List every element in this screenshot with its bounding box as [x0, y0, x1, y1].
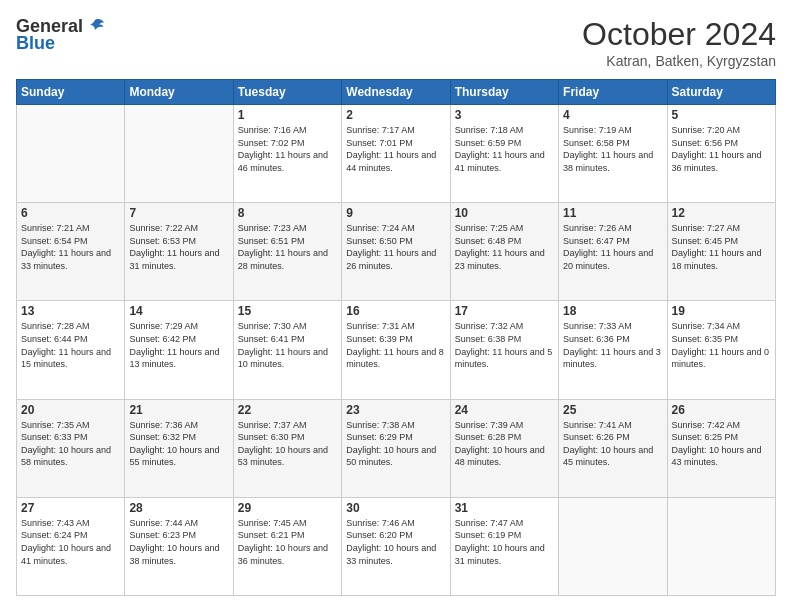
page: General Blue October 2024 Katran, Batken… — [0, 0, 792, 612]
day-info: Sunrise: 7:28 AM Sunset: 6:44 PM Dayligh… — [21, 320, 120, 370]
day-number: 10 — [455, 206, 554, 220]
table-row: 18Sunrise: 7:33 AM Sunset: 6:36 PM Dayli… — [559, 301, 667, 399]
day-info: Sunrise: 7:41 AM Sunset: 6:26 PM Dayligh… — [563, 419, 662, 469]
col-sunday: Sunday — [17, 80, 125, 105]
day-info: Sunrise: 7:30 AM Sunset: 6:41 PM Dayligh… — [238, 320, 337, 370]
table-row: 2Sunrise: 7:17 AM Sunset: 7:01 PM Daylig… — [342, 105, 450, 203]
logo-bird-icon — [85, 17, 105, 37]
table-row — [125, 105, 233, 203]
table-row: 19Sunrise: 7:34 AM Sunset: 6:35 PM Dayli… — [667, 301, 775, 399]
day-number: 8 — [238, 206, 337, 220]
day-number: 7 — [129, 206, 228, 220]
table-row: 10Sunrise: 7:25 AM Sunset: 6:48 PM Dayli… — [450, 203, 558, 301]
day-info: Sunrise: 7:31 AM Sunset: 6:39 PM Dayligh… — [346, 320, 445, 370]
title-section: October 2024 Katran, Batken, Kyrgyzstan — [582, 16, 776, 69]
table-row: 23Sunrise: 7:38 AM Sunset: 6:29 PM Dayli… — [342, 399, 450, 497]
day-number: 3 — [455, 108, 554, 122]
day-info: Sunrise: 7:34 AM Sunset: 6:35 PM Dayligh… — [672, 320, 771, 370]
table-row: 13Sunrise: 7:28 AM Sunset: 6:44 PM Dayli… — [17, 301, 125, 399]
location-subtitle: Katran, Batken, Kyrgyzstan — [582, 53, 776, 69]
day-info: Sunrise: 7:17 AM Sunset: 7:01 PM Dayligh… — [346, 124, 445, 174]
day-info: Sunrise: 7:29 AM Sunset: 6:42 PM Dayligh… — [129, 320, 228, 370]
table-row: 25Sunrise: 7:41 AM Sunset: 6:26 PM Dayli… — [559, 399, 667, 497]
table-row: 20Sunrise: 7:35 AM Sunset: 6:33 PM Dayli… — [17, 399, 125, 497]
day-number: 23 — [346, 403, 445, 417]
calendar-week-row: 6Sunrise: 7:21 AM Sunset: 6:54 PM Daylig… — [17, 203, 776, 301]
day-number: 20 — [21, 403, 120, 417]
day-number: 26 — [672, 403, 771, 417]
day-info: Sunrise: 7:38 AM Sunset: 6:29 PM Dayligh… — [346, 419, 445, 469]
table-row: 1Sunrise: 7:16 AM Sunset: 7:02 PM Daylig… — [233, 105, 341, 203]
logo-blue-text: Blue — [16, 33, 55, 54]
col-thursday: Thursday — [450, 80, 558, 105]
col-friday: Friday — [559, 80, 667, 105]
calendar-week-row: 27Sunrise: 7:43 AM Sunset: 6:24 PM Dayli… — [17, 497, 776, 595]
table-row: 9Sunrise: 7:24 AM Sunset: 6:50 PM Daylig… — [342, 203, 450, 301]
col-tuesday: Tuesday — [233, 80, 341, 105]
day-number: 2 — [346, 108, 445, 122]
day-number: 13 — [21, 304, 120, 318]
day-info: Sunrise: 7:46 AM Sunset: 6:20 PM Dayligh… — [346, 517, 445, 567]
day-info: Sunrise: 7:37 AM Sunset: 6:30 PM Dayligh… — [238, 419, 337, 469]
col-saturday: Saturday — [667, 80, 775, 105]
day-number: 29 — [238, 501, 337, 515]
day-number: 5 — [672, 108, 771, 122]
col-wednesday: Wednesday — [342, 80, 450, 105]
day-info: Sunrise: 7:35 AM Sunset: 6:33 PM Dayligh… — [21, 419, 120, 469]
calendar-table: Sunday Monday Tuesday Wednesday Thursday… — [16, 79, 776, 596]
day-number: 30 — [346, 501, 445, 515]
table-row: 27Sunrise: 7:43 AM Sunset: 6:24 PM Dayli… — [17, 497, 125, 595]
day-info: Sunrise: 7:32 AM Sunset: 6:38 PM Dayligh… — [455, 320, 554, 370]
day-info: Sunrise: 7:42 AM Sunset: 6:25 PM Dayligh… — [672, 419, 771, 469]
day-info: Sunrise: 7:22 AM Sunset: 6:53 PM Dayligh… — [129, 222, 228, 272]
table-row: 28Sunrise: 7:44 AM Sunset: 6:23 PM Dayli… — [125, 497, 233, 595]
day-number: 1 — [238, 108, 337, 122]
table-row: 17Sunrise: 7:32 AM Sunset: 6:38 PM Dayli… — [450, 301, 558, 399]
day-number: 24 — [455, 403, 554, 417]
day-number: 11 — [563, 206, 662, 220]
logo: General Blue — [16, 16, 105, 54]
month-title: October 2024 — [582, 16, 776, 53]
day-info: Sunrise: 7:25 AM Sunset: 6:48 PM Dayligh… — [455, 222, 554, 272]
table-row: 5Sunrise: 7:20 AM Sunset: 6:56 PM Daylig… — [667, 105, 775, 203]
day-info: Sunrise: 7:33 AM Sunset: 6:36 PM Dayligh… — [563, 320, 662, 370]
table-row — [17, 105, 125, 203]
day-info: Sunrise: 7:24 AM Sunset: 6:50 PM Dayligh… — [346, 222, 445, 272]
table-row: 29Sunrise: 7:45 AM Sunset: 6:21 PM Dayli… — [233, 497, 341, 595]
day-info: Sunrise: 7:19 AM Sunset: 6:58 PM Dayligh… — [563, 124, 662, 174]
table-row: 7Sunrise: 7:22 AM Sunset: 6:53 PM Daylig… — [125, 203, 233, 301]
table-row — [559, 497, 667, 595]
table-row: 26Sunrise: 7:42 AM Sunset: 6:25 PM Dayli… — [667, 399, 775, 497]
day-info: Sunrise: 7:47 AM Sunset: 6:19 PM Dayligh… — [455, 517, 554, 567]
day-info: Sunrise: 7:45 AM Sunset: 6:21 PM Dayligh… — [238, 517, 337, 567]
day-info: Sunrise: 7:26 AM Sunset: 6:47 PM Dayligh… — [563, 222, 662, 272]
day-number: 16 — [346, 304, 445, 318]
day-info: Sunrise: 7:27 AM Sunset: 6:45 PM Dayligh… — [672, 222, 771, 272]
day-info: Sunrise: 7:43 AM Sunset: 6:24 PM Dayligh… — [21, 517, 120, 567]
day-number: 9 — [346, 206, 445, 220]
calendar-week-row: 13Sunrise: 7:28 AM Sunset: 6:44 PM Dayli… — [17, 301, 776, 399]
day-number: 25 — [563, 403, 662, 417]
table-row: 16Sunrise: 7:31 AM Sunset: 6:39 PM Dayli… — [342, 301, 450, 399]
table-row — [667, 497, 775, 595]
day-number: 17 — [455, 304, 554, 318]
day-number: 22 — [238, 403, 337, 417]
day-number: 21 — [129, 403, 228, 417]
table-row: 4Sunrise: 7:19 AM Sunset: 6:58 PM Daylig… — [559, 105, 667, 203]
day-number: 6 — [21, 206, 120, 220]
calendar-week-row: 20Sunrise: 7:35 AM Sunset: 6:33 PM Dayli… — [17, 399, 776, 497]
day-info: Sunrise: 7:36 AM Sunset: 6:32 PM Dayligh… — [129, 419, 228, 469]
calendar-week-row: 1Sunrise: 7:16 AM Sunset: 7:02 PM Daylig… — [17, 105, 776, 203]
table-row: 24Sunrise: 7:39 AM Sunset: 6:28 PM Dayli… — [450, 399, 558, 497]
day-number: 12 — [672, 206, 771, 220]
day-number: 28 — [129, 501, 228, 515]
table-row: 3Sunrise: 7:18 AM Sunset: 6:59 PM Daylig… — [450, 105, 558, 203]
table-row: 12Sunrise: 7:27 AM Sunset: 6:45 PM Dayli… — [667, 203, 775, 301]
table-row: 30Sunrise: 7:46 AM Sunset: 6:20 PM Dayli… — [342, 497, 450, 595]
table-row: 8Sunrise: 7:23 AM Sunset: 6:51 PM Daylig… — [233, 203, 341, 301]
table-row: 31Sunrise: 7:47 AM Sunset: 6:19 PM Dayli… — [450, 497, 558, 595]
day-info: Sunrise: 7:18 AM Sunset: 6:59 PM Dayligh… — [455, 124, 554, 174]
day-info: Sunrise: 7:23 AM Sunset: 6:51 PM Dayligh… — [238, 222, 337, 272]
table-row: 21Sunrise: 7:36 AM Sunset: 6:32 PM Dayli… — [125, 399, 233, 497]
day-number: 18 — [563, 304, 662, 318]
